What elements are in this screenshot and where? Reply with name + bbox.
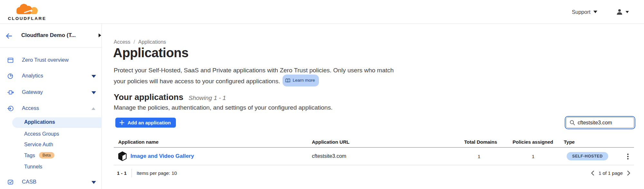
sidebar-item-label: Zero Trust overview	[22, 57, 69, 63]
table-row: Image and Video Gallery cftestsite3.com …	[114, 148, 634, 165]
app-window: CLOUDFLARE Support Cloudflare Demo (T...	[0, 0, 644, 189]
previous-page-chevron-icon[interactable]	[591, 170, 595, 176]
visible-range: 1 - 1	[117, 170, 127, 176]
pagination: 1 of 1 page	[591, 170, 631, 176]
sidebar-item-zero-trust-overview[interactable]: Zero Trust overview	[0, 56, 101, 65]
top-navigation-bar: CLOUDFLARE Support	[0, 0, 644, 24]
showing-count: Showing 1 - 1	[188, 94, 226, 102]
book-icon	[285, 78, 290, 83]
footer-divider	[131, 169, 132, 177]
page-indicator: 1 of 1 page	[599, 170, 623, 176]
application-name-link[interactable]: Image and Video Gallery	[130, 153, 194, 159]
breadcrumb: Access / Applications	[114, 39, 166, 45]
table-header-row: Application name Application URL Total D…	[114, 137, 634, 148]
total-domains-cell: 1	[437, 154, 497, 159]
items-per-page[interactable]: Items per page: 10	[137, 170, 177, 176]
cloudflare-cloud-icon	[6, 2, 48, 16]
chevron-down-icon[interactable]	[91, 91, 96, 94]
search-input[interactable]	[578, 120, 629, 126]
search-box	[566, 117, 634, 128]
next-page-chevron-icon[interactable]	[627, 170, 631, 176]
sidebar-item-label: Analytics	[22, 73, 43, 79]
chevron-down-icon[interactable]	[91, 75, 96, 78]
section-description: Manage the policies, authentication, and…	[114, 104, 332, 111]
main-content: Access / Applications Applications Prote…	[102, 24, 644, 189]
sidebar-item-analytics[interactable]: Analytics	[0, 71, 101, 81]
page-description: Protect your Self-Hosted, SaaS and Priva…	[114, 66, 404, 87]
add-application-button[interactable]: Add an application	[115, 118, 176, 128]
application-cube-icon	[118, 151, 127, 161]
breadcrumb-access[interactable]: Access	[114, 39, 130, 45]
sidebar-item-access[interactable]: Access	[0, 104, 101, 113]
sidebar-item-label: Tags	[24, 153, 35, 158]
pie-chart-icon	[7, 73, 14, 79]
learn-more-label: Learn more	[293, 76, 315, 85]
beta-badge: Beta	[39, 152, 54, 158]
chevron-down-icon	[626, 11, 629, 13]
sidebar-item-casb[interactable]: CASB	[0, 177, 101, 187]
application-name-cell: Image and Video Gallery	[114, 151, 312, 161]
window-icon	[7, 57, 14, 64]
chevron-up-icon[interactable]	[91, 107, 95, 110]
sidebar-item-tunnels[interactable]: Tunnels	[24, 164, 42, 170]
sidebar: Cloudflare Demo (T... Zero Trust overvie…	[0, 24, 102, 189]
column-header-policies-assigned: Policies assigned	[497, 139, 553, 145]
sidebar-item-label: Access	[22, 105, 39, 111]
breadcrumb-separator: /	[134, 39, 135, 45]
gateway-icon	[7, 89, 14, 96]
add-application-label: Add an application	[128, 120, 171, 125]
page-description-text: Protect your Self-Hosted, SaaS and Priva…	[114, 67, 394, 85]
sidebar-item-service-auth[interactable]: Service Auth	[24, 142, 53, 148]
page-title: Applications	[113, 46, 188, 60]
learn-more-badge[interactable]: Learn more	[283, 75, 319, 86]
support-label: Support	[572, 9, 591, 15]
user-account-menu[interactable]	[616, 0, 629, 24]
policies-assigned-cell: 1	[497, 154, 553, 159]
cloudflare-wordmark: CLOUDFLARE	[6, 16, 48, 21]
section-title: Your applications	[114, 92, 183, 102]
sidebar-item-tags[interactable]: TagsBeta	[24, 153, 54, 159]
sidebar-item-label: Gateway	[22, 89, 43, 95]
search-icon	[570, 120, 575, 125]
column-header-application-name: Application name	[114, 139, 312, 145]
login-arrow-icon	[7, 105, 14, 112]
chevron-down-icon[interactable]	[91, 181, 96, 184]
sidebar-item-gateway[interactable]: Gateway	[0, 88, 101, 97]
sidebar-item-access-groups[interactable]: Access Groups	[24, 131, 59, 137]
account-selector: Cloudflare Demo (T...	[0, 24, 101, 48]
casb-check-icon	[7, 179, 14, 185]
section-header: Your applications Showing 1 - 1	[114, 92, 226, 102]
sidebar-item-label: CASB	[22, 179, 36, 185]
plus-icon	[120, 120, 124, 125]
type-badge-self-hosted: SELF-HOSTED	[567, 152, 608, 160]
application-url-cell: cftestsite3.com	[312, 153, 437, 159]
user-icon	[616, 8, 623, 15]
account-name[interactable]: Cloudflare Demo (T...	[21, 32, 76, 39]
chevron-down-icon	[593, 11, 597, 13]
back-arrow-icon[interactable]	[5, 32, 13, 40]
breadcrumb-applications[interactable]: Applications	[138, 39, 166, 45]
support-menu[interactable]: Support	[572, 0, 597, 24]
column-header-type: Type	[553, 139, 634, 145]
row-actions-kebab-menu[interactable]	[624, 152, 632, 161]
applications-table: Application name Application URL Total D…	[114, 137, 634, 165]
type-cell: SELF-HOSTED	[553, 152, 634, 160]
column-header-application-url: Application URL	[312, 139, 437, 145]
table-footer: 1 - 1 Items per page: 10 1 of 1 page	[114, 165, 634, 181]
column-header-total-domains: Total Domains	[437, 139, 497, 145]
sidebar-item-applications[interactable]: Applications	[24, 119, 55, 125]
sidebar-expand-icon[interactable]	[99, 33, 101, 37]
cloudflare-logo[interactable]: CLOUDFLARE	[6, 2, 48, 22]
